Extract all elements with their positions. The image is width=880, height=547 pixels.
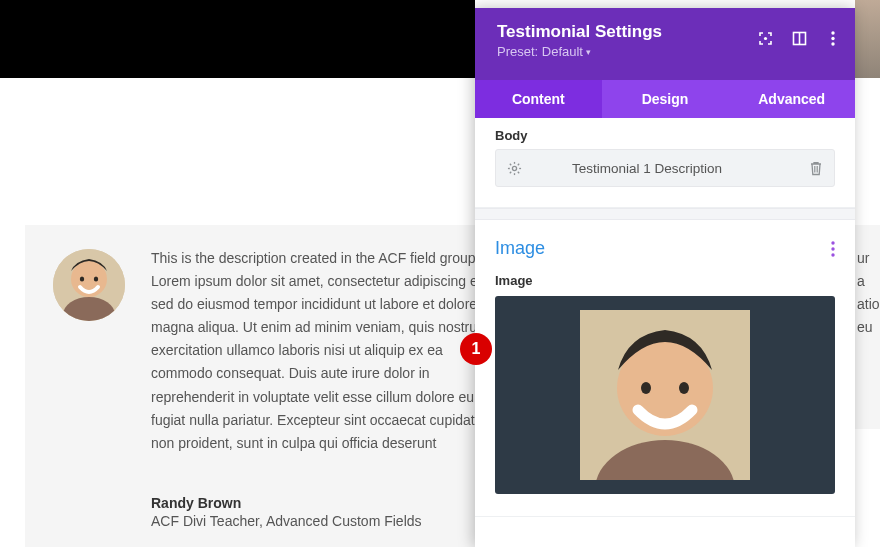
annotation-marker: 1 [460, 333, 492, 365]
tab-design[interactable]: Design [602, 80, 729, 118]
svg-point-9 [831, 36, 834, 39]
fragment-text: atio [857, 296, 880, 312]
testimonial-card: This is the description created in the A… [25, 225, 525, 547]
annotation-number: 1 [472, 340, 481, 358]
image-upload-well[interactable] [495, 296, 835, 494]
trash-icon[interactable] [808, 160, 824, 176]
tab-advanced[interactable]: Advanced [728, 80, 855, 118]
section-more-icon[interactable] [831, 241, 835, 257]
svg-point-29 [679, 382, 689, 394]
expand-icon[interactable] [791, 30, 807, 46]
dark-hero-band [0, 0, 475, 78]
testimonial-author: Randy Brown [151, 495, 497, 511]
second-testimonial-fragment: ur a atio eu [855, 225, 880, 429]
fragment-text: eu [857, 319, 873, 335]
svg-line-16 [509, 163, 510, 164]
focus-icon[interactable] [757, 30, 773, 46]
preset-selector[interactable]: Preset: Default [497, 44, 591, 59]
svg-point-8 [831, 31, 834, 34]
panel-header-actions [757, 30, 841, 46]
svg-point-5 [763, 36, 766, 39]
selected-image-preview [580, 310, 750, 480]
testimonial-body: This is the description created in the A… [151, 247, 497, 529]
testimonial-description: This is the description created in the A… [151, 247, 497, 455]
image-section-title: Image [495, 238, 545, 259]
avatar-illustration [53, 249, 125, 321]
gear-icon[interactable] [506, 160, 522, 176]
fragment-text: ur a [857, 250, 869, 289]
body-field-label: Body [495, 128, 835, 143]
image-section-header[interactable]: Image [495, 238, 835, 259]
panel-header: Testimonial Settings Preset: Default [475, 8, 855, 80]
right-background-strip: ur a atio eu [855, 0, 880, 547]
svg-point-22 [831, 241, 834, 244]
svg-point-4 [94, 276, 98, 281]
svg-point-10 [831, 42, 834, 45]
svg-point-3 [80, 276, 84, 281]
svg-point-24 [831, 253, 834, 256]
panel-tabs: Content Design Advanced [475, 80, 855, 118]
testimonial-role: ACF Divi Teacher, Advanced Custom Fields [151, 513, 497, 529]
image-field-label: Image [495, 273, 835, 288]
tab-content[interactable]: Content [475, 80, 602, 118]
svg-point-28 [641, 382, 651, 394]
testimonial-avatar [53, 249, 125, 321]
svg-line-18 [517, 163, 518, 164]
more-icon[interactable] [825, 30, 841, 46]
hero-image-fragment [855, 0, 880, 78]
svg-line-19 [509, 171, 510, 172]
svg-point-11 [512, 166, 516, 170]
svg-line-17 [517, 171, 518, 172]
svg-point-23 [831, 247, 834, 250]
dynamic-content-value: Testimonial 1 Description [572, 161, 722, 176]
module-settings-panel: Testimonial Settings Preset: Default Con… [475, 8, 855, 547]
dynamic-content-row[interactable]: Testimonial 1 Description [495, 149, 835, 187]
